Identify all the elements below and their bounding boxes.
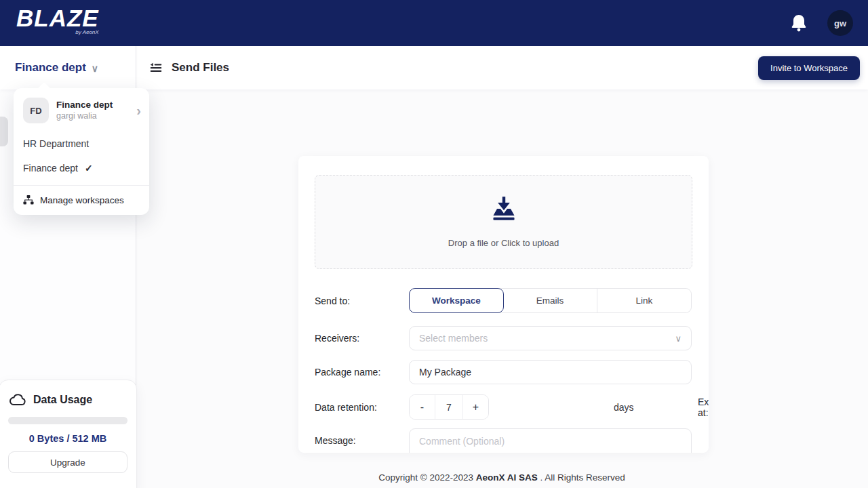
chevron-right-icon: › [136, 104, 141, 117]
footer-suffix: . All Rights Reserved [538, 472, 625, 483]
message-label: Message: [315, 435, 356, 446]
cloud-icon [9, 394, 26, 406]
send-to-option-emails[interactable]: Emails [503, 289, 597, 312]
send-to-label: Send to: [315, 296, 350, 306]
active-workspace-row[interactable]: FD Finance dept gargi walia › [14, 88, 149, 131]
send-to-segmented-control: Workspace Emails Link [409, 288, 692, 313]
footer-prefix: Copyright © 2022-2023 [378, 472, 476, 483]
top-header: BLAZE by AeonX gw [0, 0, 868, 46]
logo-text: BLAZE [16, 5, 99, 31]
copyright-footer: Copyright © 2022-2023 AeonX AI SAS . All… [136, 472, 868, 483]
retention-stepper: - 7 + [409, 394, 489, 420]
workspace-item-finance-dept[interactable]: Finance dept ✓ [14, 156, 149, 180]
workspace-item-hr-department[interactable]: HR Department [14, 131, 149, 156]
receivers-placeholder: Select members [419, 333, 488, 344]
send-files-card: Drop a file or Click to upload Send to: … [298, 156, 709, 453]
retention-value: 7 [435, 395, 463, 419]
message-textarea[interactable] [409, 428, 692, 453]
workspace-item-label: HR Department [23, 138, 89, 149]
usage-amount-text: 0 Bytes / 512 MB [8, 433, 127, 444]
blaze-logo: BLAZE by AeonX [16, 5, 99, 35]
workspace-switcher-label: Finance dept [15, 61, 86, 75]
workspace-switcher-trigger[interactable]: Finance dept ∨ [15, 46, 98, 89]
upgrade-button[interactable]: Upgrade [8, 451, 127, 473]
chevron-down-icon: ∨ [675, 333, 682, 344]
manage-workspaces-label: Manage workspaces [40, 195, 124, 205]
manage-workspaces-item[interactable]: Manage workspaces [14, 188, 149, 208]
page-title: Send Files [172, 61, 229, 75]
dropzone-text: Drop a file or Click to upload [448, 238, 559, 248]
file-dropzone[interactable]: Drop a file or Click to upload [315, 175, 692, 269]
expires-at-label: Expires at: [698, 396, 709, 418]
send-to-option-link[interactable]: Link [597, 289, 691, 312]
retention-unit-label: days [614, 402, 634, 413]
receivers-label: Receivers: [315, 333, 359, 344]
retention-decrement-button[interactable]: - [410, 395, 435, 419]
workspace-avatar: FD [23, 98, 49, 123]
chevron-down-icon: ∨ [92, 63, 98, 74]
menu-fold-icon[interactable] [149, 60, 163, 75]
receivers-select[interactable]: Select members ∨ [409, 326, 692, 350]
data-retention-label: Data retention: [315, 402, 377, 413]
sitemap-icon [23, 195, 34, 205]
workspace-item-label: Finance dept [23, 163, 78, 174]
user-avatar[interactable]: gw [827, 10, 853, 36]
package-name-label: Package name: [315, 367, 380, 378]
notification-bell-icon[interactable] [791, 14, 807, 32]
data-usage-card: Data Usage 0 Bytes / 512 MB Upgrade [0, 380, 137, 488]
active-workspace-name: Finance dept [56, 99, 113, 110]
popup-divider [14, 185, 149, 186]
check-icon: ✓ [85, 163, 93, 174]
page-toolbar: Finance dept ∨ Send Files Invite to Work… [0, 46, 868, 89]
usage-progress-bar [8, 417, 127, 424]
sidebar-collapsed-item [0, 117, 8, 146]
invite-to-workspace-button[interactable]: Invite to Workspace [758, 56, 860, 80]
data-usage-title: Data Usage [33, 394, 92, 406]
retention-increment-button[interactable]: + [463, 395, 488, 419]
footer-brand: AeonX AI SAS [476, 472, 538, 483]
workspace-switcher-popup: FD Finance dept gargi walia › HR Departm… [14, 88, 149, 215]
upload-download-icon [490, 196, 517, 222]
active-workspace-user: gargi walia [56, 110, 113, 122]
send-to-option-workspace[interactable]: Workspace [409, 288, 504, 313]
package-name-input[interactable] [409, 360, 692, 384]
